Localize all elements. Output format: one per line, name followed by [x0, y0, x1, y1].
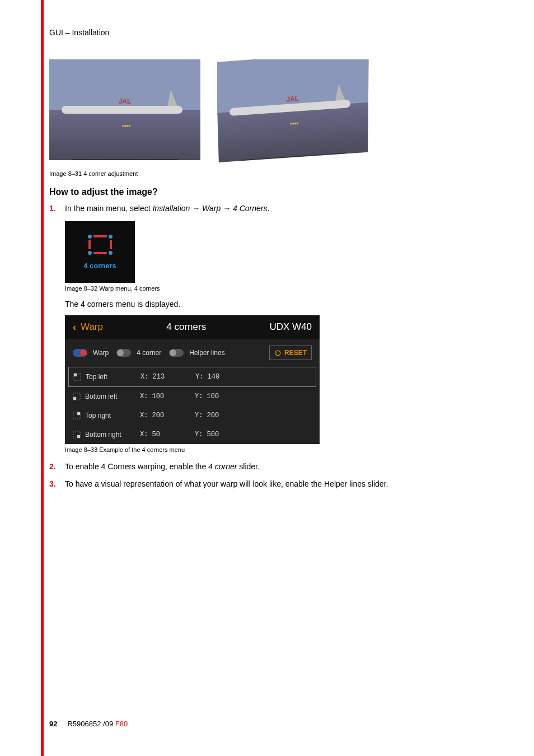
runway-line — [241, 153, 345, 161]
doc-code-red: F80 — [115, 720, 128, 728]
page-footer: 92 R5906852 /09 F80 — [49, 720, 128, 728]
menu-path: Installation → Warp → 4 Corners — [152, 204, 267, 213]
four-corners-icon — [88, 235, 113, 255]
panel-header: ‹ Warp 4 corners UDX W40 — [65, 315, 320, 339]
step-number: 2. — [49, 461, 65, 473]
step-2: 2. To enable 4 Corners warping, enable t… — [49, 461, 491, 473]
corner-row-top-right[interactable]: Top right X: 200 Y: 200 — [65, 406, 320, 425]
step-text-post: . — [268, 204, 270, 213]
corner-x-value: X: 213 — [140, 373, 191, 381]
step-text-pre: In the main menu, select — [65, 204, 152, 213]
figure-8-32-caption: Image 8–32 Warp menu, 4 corners — [65, 285, 491, 292]
step-text: To have a visual representation of what … — [65, 478, 491, 490]
doc-code-black: R5906852 /09 — [67, 720, 113, 728]
breadcrumb-warp[interactable]: Warp — [81, 321, 103, 333]
back-chevron-icon[interactable]: ‹ — [73, 321, 76, 333]
warp-toggle-label: Warp — [93, 349, 109, 357]
plane-tail — [167, 90, 177, 106]
helper-lines-toggle[interactable] — [169, 349, 184, 357]
menu-tile-4-corners[interactable]: 4 corners — [65, 221, 135, 283]
four-corner-toggle-label: 4 corner — [137, 349, 161, 357]
figure-8-33-caption: Image 8–33 Example of the 4 corners menu — [65, 446, 491, 453]
running-header: GUI – Installation — [49, 28, 491, 37]
runway-lights: ●●●● — [122, 120, 139, 124]
corner-y-value: Y: 500 — [195, 431, 245, 438]
step-text: In the main menu, select Installation → … — [65, 203, 491, 214]
reset-label: RESET — [284, 349, 307, 357]
doc-code: R5906852 /09 F80 — [67, 720, 128, 728]
reset-icon — [274, 349, 282, 357]
runway-lights: ●●●● — [290, 116, 307, 122]
corner-row-top-left[interactable]: Top left X: 213 Y: 140 — [68, 367, 316, 387]
corner-label: Bottom right — [85, 431, 135, 438]
plane-fuselage — [62, 106, 182, 114]
corner-x-value: X: 200 — [140, 412, 190, 419]
figure-8-31-left: JAL ●●●● — [49, 59, 200, 160]
page-content: GUI – Installation JAL ●●●● JAL ●●●● Ima… — [49, 28, 491, 496]
corner-x-value: X: 100 — [140, 393, 190, 400]
emphasis: 4 corner — [208, 462, 237, 471]
corner-y-value: Y: 200 — [195, 412, 245, 419]
corner-top-right-icon — [73, 412, 81, 419]
figure-8-31: JAL ●●●● JAL ●●●● — [49, 59, 491, 166]
warp-toggle[interactable] — [73, 349, 87, 357]
panel-toggle-row: Warp 4 corner Helper lines RESET — [65, 339, 320, 367]
page-accent-bar — [41, 0, 44, 756]
panel-title: 4 corners — [103, 321, 269, 333]
plane-logo: JAL — [119, 97, 132, 105]
reset-button[interactable]: RESET — [269, 346, 312, 360]
corner-y-value: Y: 140 — [195, 373, 246, 381]
corner-bottom-left-icon — [73, 393, 81, 400]
figure-8-31-right-wrap: JAL ●●●● — [217, 59, 380, 166]
displayed-text: The 4 corners menu is displayed. — [65, 300, 491, 309]
step-text-post: slider. — [237, 462, 259, 471]
corner-label: Bottom left — [85, 393, 135, 400]
corner-row-bottom-left[interactable]: Bottom left X: 100 Y: 100 — [65, 387, 320, 406]
corner-bottom-right-icon — [73, 431, 81, 438]
plane-tail — [335, 84, 345, 101]
runway-line — [72, 159, 178, 160]
corner-x-value: X: 50 — [140, 431, 190, 438]
step-1: 1. In the main menu, select Installation… — [49, 203, 491, 214]
step-3: 3. To have a visual representation of wh… — [49, 478, 491, 490]
section-heading: How to adjust the image? — [49, 187, 491, 197]
page-number: 92 — [49, 720, 57, 728]
menu-tile-label: 4 corners — [83, 262, 116, 270]
step-number: 1. — [49, 203, 65, 214]
step-text: To enable 4 Corners warping, enable the … — [65, 461, 491, 473]
plane-logo: JAL — [286, 95, 299, 104]
corner-row-bottom-right[interactable]: Bottom right X: 50 Y: 500 — [65, 425, 320, 444]
device-name: UDX W40 — [269, 321, 312, 333]
corner-label: Top left — [86, 373, 136, 381]
step-text-pre: To enable 4 Corners warping, enable the — [65, 462, 208, 471]
corner-y-value: Y: 100 — [195, 393, 245, 400]
helper-lines-toggle-label: Helper lines — [189, 349, 224, 357]
step-number: 3. — [49, 478, 65, 490]
corner-label: Top right — [85, 412, 135, 419]
figure-8-31-right: JAL ●●●● — [217, 59, 369, 162]
four-corner-toggle[interactable] — [116, 349, 131, 357]
figure-8-31-caption: Image 8–31 4 corner adjustment — [49, 170, 491, 177]
corner-top-left-icon — [73, 373, 81, 381]
four-corners-menu-panel: ‹ Warp 4 corners UDX W40 Warp 4 corner H… — [65, 315, 320, 444]
